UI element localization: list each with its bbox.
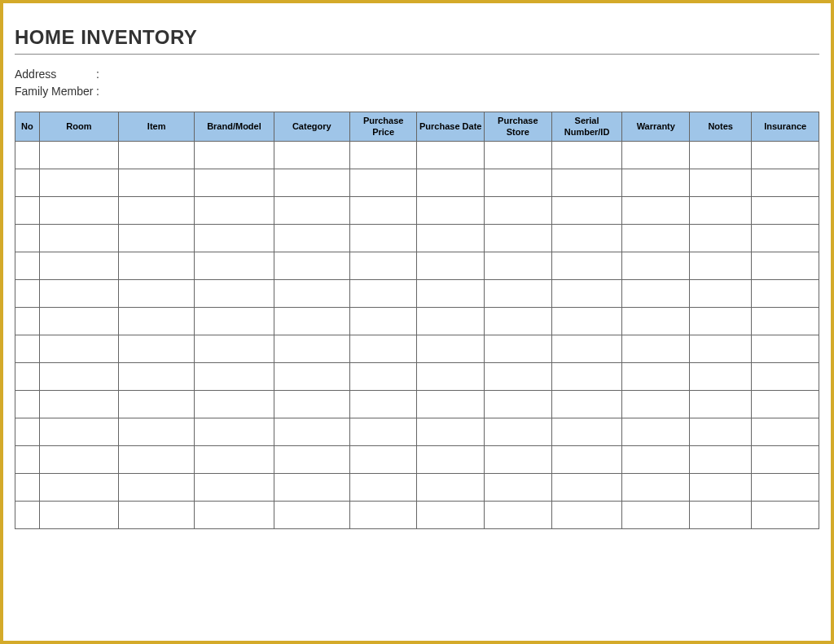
cell-room	[39, 363, 118, 391]
cell-store	[485, 169, 552, 197]
cell-date	[417, 169, 485, 197]
table-body	[15, 142, 819, 529]
cell-warranty	[622, 446, 690, 474]
table-row	[15, 391, 819, 418]
col-header-insurance: Insurance	[752, 112, 819, 142]
table-row	[15, 252, 819, 280]
cell-serial	[551, 446, 622, 474]
table-row	[15, 474, 819, 502]
cell-no	[15, 169, 40, 197]
cell-store	[485, 391, 552, 418]
cell-brand	[195, 197, 274, 225]
table-row	[15, 280, 819, 308]
cell-serial	[551, 197, 622, 225]
cell-category	[274, 502, 349, 529]
cell-warranty	[622, 418, 690, 446]
cell-room	[39, 391, 118, 418]
cell-category	[274, 308, 349, 335]
cell-notes	[690, 502, 752, 529]
cell-item	[119, 391, 195, 418]
cell-room	[39, 335, 118, 363]
cell-no	[15, 418, 40, 446]
cell-item	[119, 308, 195, 335]
cell-no	[15, 391, 40, 418]
table-row	[15, 169, 819, 197]
cell-store	[485, 225, 552, 252]
cell-room	[39, 142, 118, 169]
family-row: Family Member :	[15, 83, 819, 100]
cell-category	[274, 446, 349, 474]
cell-warranty	[622, 335, 690, 363]
cell-notes	[690, 308, 752, 335]
cell-item	[119, 418, 195, 446]
cell-warranty	[622, 502, 690, 529]
cell-store	[485, 446, 552, 474]
cell-price	[349, 446, 417, 474]
cell-notes	[690, 169, 752, 197]
cell-room	[39, 474, 118, 502]
cell-store	[485, 197, 552, 225]
address-label: Address	[15, 66, 96, 83]
cell-item	[119, 280, 195, 308]
cell-room	[39, 225, 118, 252]
cell-item	[119, 197, 195, 225]
cell-serial	[551, 391, 622, 418]
table-row	[15, 142, 819, 169]
cell-room	[39, 502, 118, 529]
cell-insurance	[752, 197, 819, 225]
cell-warranty	[622, 280, 690, 308]
cell-brand	[195, 142, 274, 169]
table-row	[15, 197, 819, 225]
cell-no	[15, 280, 40, 308]
cell-brand	[195, 446, 274, 474]
cell-room	[39, 446, 118, 474]
cell-insurance	[752, 474, 819, 502]
cell-insurance	[752, 169, 819, 197]
cell-no	[15, 335, 40, 363]
cell-insurance	[752, 363, 819, 391]
cell-price	[349, 391, 417, 418]
cell-price	[349, 474, 417, 502]
cell-warranty	[622, 169, 690, 197]
cell-brand	[195, 225, 274, 252]
cell-notes	[690, 474, 752, 502]
title-divider	[15, 54, 819, 55]
cell-store	[485, 308, 552, 335]
cell-store	[485, 363, 552, 391]
cell-brand	[195, 169, 274, 197]
col-header-warranty: Warranty	[622, 112, 690, 142]
cell-serial	[551, 418, 622, 446]
cell-date	[417, 142, 485, 169]
cell-price	[349, 280, 417, 308]
cell-date	[417, 252, 485, 280]
table-row	[15, 308, 819, 335]
address-colon: :	[96, 66, 106, 83]
cell-item	[119, 142, 195, 169]
table-row	[15, 225, 819, 252]
cell-no	[15, 502, 40, 529]
cell-item	[119, 335, 195, 363]
cell-room	[39, 280, 118, 308]
cell-room	[39, 197, 118, 225]
cell-item	[119, 252, 195, 280]
col-header-brand: Brand/Model	[195, 112, 274, 142]
cell-brand	[195, 474, 274, 502]
cell-serial	[551, 142, 622, 169]
page-title: HOME INVENTORY	[15, 26, 819, 49]
cell-date	[417, 474, 485, 502]
cell-serial	[551, 502, 622, 529]
cell-date	[417, 308, 485, 335]
info-block: Address : Family Member :	[15, 66, 819, 100]
cell-insurance	[752, 502, 819, 529]
col-header-item: Item	[119, 112, 195, 142]
cell-category	[274, 142, 349, 169]
cell-notes	[690, 446, 752, 474]
header-row: No Room Item Brand/Model Category Purcha…	[15, 112, 819, 142]
cell-insurance	[752, 252, 819, 280]
cell-store	[485, 335, 552, 363]
cell-notes	[690, 335, 752, 363]
cell-date	[417, 197, 485, 225]
cell-no	[15, 142, 40, 169]
cell-warranty	[622, 474, 690, 502]
cell-warranty	[622, 252, 690, 280]
